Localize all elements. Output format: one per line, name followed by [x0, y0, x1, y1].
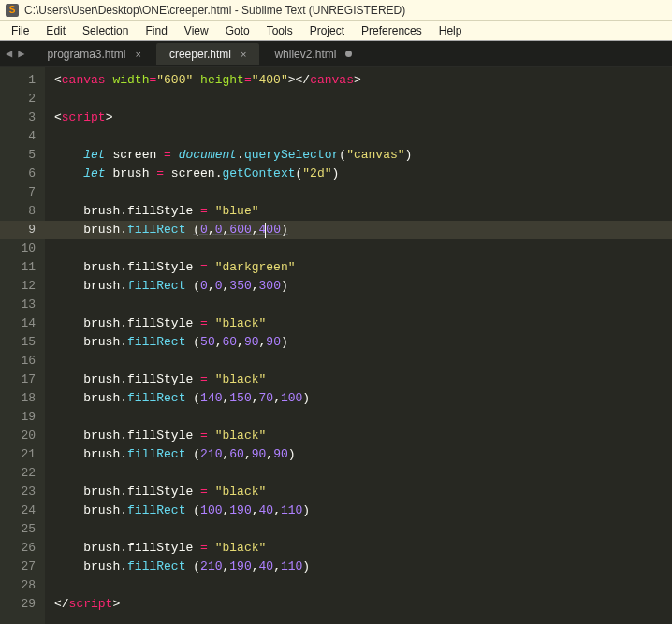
- code-line[interactable]: </script>: [45, 595, 672, 614]
- modified-dot-icon: [345, 51, 352, 57]
- line-number: 23: [0, 483, 45, 501]
- code-line[interactable]: brush.fillStyle = "black": [45, 370, 672, 389]
- line-number: 4: [0, 127, 45, 146]
- code-line[interactable]: brush.fillStyle = "black": [45, 539, 672, 558]
- line-number: 8: [0, 202, 45, 221]
- line-number: 24: [0, 501, 45, 520]
- code-area[interactable]: <canvas width="600" height="400"></canva…: [45, 67, 672, 624]
- line-number: 19: [0, 408, 45, 427]
- tab-nav: ◀ ▶: [6, 47, 24, 61]
- code-line[interactable]: <canvas width="600" height="400"></canva…: [45, 71, 672, 90]
- line-number: 1: [0, 71, 45, 90]
- code-line[interactable]: let screen = document.querySelector("can…: [45, 146, 672, 165]
- code-line[interactable]: brush.fillRect (140,150,70,100): [45, 389, 672, 408]
- code-line[interactable]: [45, 296, 672, 314]
- tab-creeper[interactable]: creeper.html ×: [156, 43, 259, 65]
- code-line[interactable]: brush.fillStyle = "black": [45, 314, 672, 333]
- code-line[interactable]: brush.fillStyle = "black": [45, 483, 672, 501]
- app-icon: S: [6, 4, 19, 17]
- code-line[interactable]: [45, 408, 672, 427]
- line-number: 14: [0, 314, 45, 333]
- tab-bar: ◀ ▶ programa3.html × creeper.html × whil…: [0, 41, 672, 67]
- tab-label: creeper.html: [169, 48, 231, 61]
- line-number: 10: [0, 239, 45, 258]
- close-icon[interactable]: ×: [136, 49, 141, 60]
- close-icon[interactable]: ×: [241, 49, 246, 60]
- line-number: 7: [0, 183, 45, 202]
- code-line[interactable]: [45, 576, 672, 595]
- line-number: 5: [0, 146, 45, 165]
- line-number: 3: [0, 109, 45, 127]
- tab-nav-left-icon[interactable]: ◀: [6, 47, 12, 61]
- line-number: 22: [0, 464, 45, 483]
- code-line[interactable]: brush.fillStyle = "black": [45, 427, 672, 445]
- code-line[interactable]: [45, 183, 672, 202]
- code-line[interactable]: brush.fillRect (50,60,90,90): [45, 333, 672, 352]
- line-number: 15: [0, 333, 45, 352]
- menu-edit[interactable]: Edit: [38, 22, 73, 39]
- line-number: 12: [0, 277, 45, 296]
- code-line[interactable]: brush.fillRect (100,190,40,110): [45, 501, 672, 520]
- code-line[interactable]: let brush = screen.getContext("2d"): [45, 165, 672, 183]
- line-number: 2: [0, 90, 45, 109]
- menu-selection[interactable]: Selection: [75, 22, 136, 39]
- code-line[interactable]: [45, 90, 672, 109]
- code-line[interactable]: [45, 520, 672, 539]
- menu-bar: File Edit Selection Find View Goto Tools…: [0, 21, 672, 41]
- code-line[interactable]: brush.fillRect (0,0,350,300): [45, 277, 672, 296]
- line-number: 26: [0, 539, 45, 558]
- code-line[interactable]: brush.fillStyle = "darkgreen": [45, 258, 672, 277]
- menu-preferences[interactable]: Preferences: [354, 22, 430, 39]
- tab-programa3[interactable]: programa3.html ×: [34, 43, 153, 65]
- line-number: 28: [0, 576, 45, 595]
- line-number: 29: [0, 595, 45, 614]
- code-line[interactable]: [45, 352, 672, 370]
- menu-tools[interactable]: Tools: [259, 22, 300, 39]
- code-line[interactable]: brush.fillRect (210,190,40,110): [45, 558, 672, 576]
- gutter: 1234567891011121314151617181920212223242…: [0, 67, 45, 624]
- window-titlebar: S C:\Users\User\Desktop\ONE\creeper.html…: [0, 0, 672, 21]
- menu-goto[interactable]: Goto: [218, 22, 257, 39]
- line-number: 6: [0, 165, 45, 183]
- line-number: 25: [0, 520, 45, 539]
- code-line[interactable]: brush.fillRect (210,60,90,90): [45, 445, 672, 464]
- line-number: 17: [0, 370, 45, 389]
- editor: 1234567891011121314151617181920212223242…: [0, 67, 672, 624]
- tab-whilev2[interactable]: whilev2.html: [261, 43, 365, 65]
- line-number: 9: [0, 221, 45, 239]
- line-number: 27: [0, 558, 45, 576]
- menu-find[interactable]: Find: [138, 22, 174, 39]
- menu-view[interactable]: View: [177, 22, 216, 39]
- line-number: 20: [0, 427, 45, 445]
- code-line[interactable]: brush.fillRect (0,0,600,400): [45, 221, 672, 239]
- code-line[interactable]: <script>: [45, 109, 672, 127]
- menu-file[interactable]: File: [4, 22, 37, 39]
- line-number: 18: [0, 389, 45, 408]
- line-number: 13: [0, 296, 45, 314]
- code-line[interactable]: [45, 239, 672, 258]
- line-number: 21: [0, 445, 45, 464]
- code-line[interactable]: [45, 127, 672, 146]
- tab-nav-right-icon[interactable]: ▶: [18, 47, 24, 61]
- menu-project[interactable]: Project: [302, 22, 352, 39]
- window-title: C:\Users\User\Desktop\ONE\creeper.html -…: [24, 4, 405, 17]
- code-line[interactable]: brush.fillStyle = "blue": [45, 202, 672, 221]
- line-number: 11: [0, 258, 45, 277]
- tab-label: programa3.html: [47, 48, 125, 61]
- line-number: 16: [0, 352, 45, 370]
- code-line[interactable]: [45, 464, 672, 483]
- menu-help[interactable]: Help: [431, 22, 470, 39]
- tab-label: whilev2.html: [274, 48, 336, 61]
